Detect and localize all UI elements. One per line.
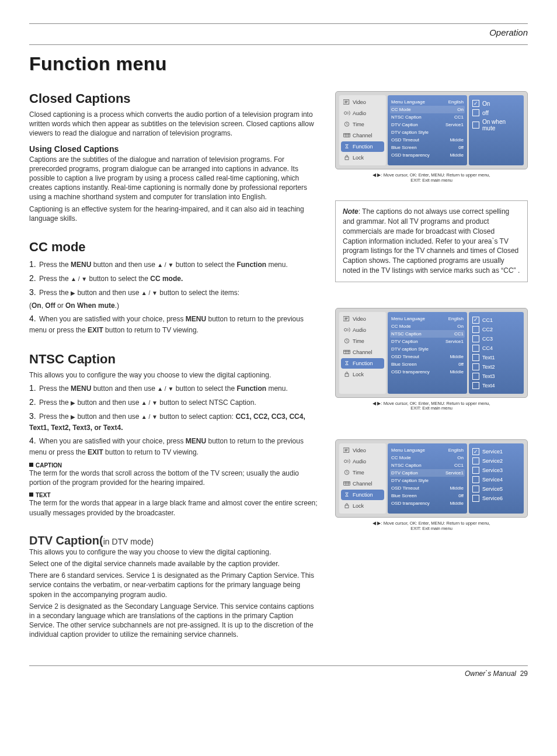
osd-nav-time[interactable]: Time [341,336,384,346]
osd-nav-channel[interactable]: Channel [341,347,384,358]
osd-setting-label: Menu Language [391,99,440,105]
osd-setting-row[interactable]: Blue Screen0ff [391,144,464,151]
svg-rect-9 [345,374,349,377]
osd-nav-audio[interactable]: Audio [341,325,384,335]
osd-setting-value: Middle [440,354,464,359]
checkbox-icon [472,100,479,107]
osd-setting-row[interactable]: CC ModeOn [390,106,465,113]
osd-setting-row[interactable]: DTV caption Style [391,129,464,136]
osd-option[interactable]: On when mute [472,117,520,133]
osd-setting-value: Service1 [440,339,464,344]
osd-nav-time[interactable]: Time [341,119,384,130]
osd-setting-row[interactable]: DTV caption Style [391,345,464,353]
osd-setting-row[interactable]: OSD TimeoutMiddle [391,484,464,492]
osd-nav-label: Time [353,122,364,127]
lock-icon [343,155,350,161]
osd-option[interactable]: CC3 [472,334,520,344]
osd-nav-audio[interactable]: Audio [341,456,384,467]
osd-nav-video[interactable]: Video [341,314,384,324]
osd-nav-label: Channel [353,481,373,487]
checkbox-icon [472,354,479,361]
osd-footer: ◀ ▶: Move cursor, OK: Enter, MENU: Retur… [335,520,528,531]
osd-footer: ◀ ▶: Move cursor, OK: Enter, MENU: Retur… [335,400,528,411]
osd-setting-row[interactable]: NTSC CaptionCC1 [391,113,464,121]
osd-nav-audio[interactable]: Audio [341,108,384,119]
osd-setting-row[interactable]: DTV caption Style [391,477,464,484]
osd-option[interactable]: CC2 [472,325,520,334]
osd-option[interactable]: Service5 [472,484,520,494]
osd-nav-time[interactable]: Time [341,467,384,478]
checkbox-icon [472,335,479,342]
osd-option[interactable]: off [472,108,520,117]
osd-setting-row[interactable]: OSD TimeoutMiddle [391,136,464,144]
time-icon [343,122,350,127]
osd-setting-row[interactable]: OSD TimeoutMiddle [391,353,464,360]
cc-mode-step-2: 2. Press the ▲ / ▼ button to select the … [29,272,320,285]
caption-subhead: CAPTION [29,462,320,469]
dtv-heading: DTV Caption( [29,534,103,547]
ntsc-step-3: 3. Press the ▶ button and then use ▲ / ▼… [29,410,320,433]
osd-option[interactable]: Text1 [472,353,520,362]
osd-nav-label: Function [353,492,373,498]
osd-nav-function[interactable]: Function [341,358,384,369]
osd-option-label: Service6 [482,495,503,501]
osd-option[interactable]: CC1 [472,315,520,325]
osd-setting-row[interactable]: Blue Screen0ff [391,360,464,368]
osd-setting-value [440,478,464,483]
svg-point-1 [344,112,347,115]
osd-setting-row[interactable]: NTSC CaptionCC1 [391,462,464,469]
dtv-heading-suffix: in DTV mode) [103,537,154,546]
ntsc-step-4: 4. When you are satisfied with your choi… [29,435,320,457]
osd-setting-label: OSD transparency [391,369,440,374]
osd-nav-lock[interactable]: Lock [341,369,384,380]
osd-setting-row[interactable]: Menu LanguageEnglish [391,315,464,322]
osd-option[interactable]: Text3 [472,372,520,381]
osd-setting-row[interactable]: NTSC CaptionCC1 [390,330,465,338]
osd-option-label: Service3 [482,467,503,473]
osd-setting-row[interactable]: Menu LanguageEnglish [391,98,464,106]
osd-nav-lock[interactable]: Lock [341,152,384,163]
osd-setting-value: CC1 [440,115,464,120]
osd-nav-function[interactable]: Function [341,141,384,152]
osd-nav-channel[interactable]: Channel [341,130,384,141]
osd-nav-video[interactable]: Video [341,97,384,107]
osd-option[interactable]: Service3 [472,466,520,475]
osd-nav-lock[interactable]: Lock [341,501,384,511]
osd-setting-row[interactable]: CC ModeOn [391,322,464,330]
osd-setting-row[interactable]: DTV CaptionService1 [391,121,464,129]
osd-option-label: CC3 [482,336,493,342]
note-box: Note: The captions do not always use cor… [335,200,528,282]
osd-setting-row[interactable]: OSD transparencyMiddle [391,368,464,376]
osd-setting-row[interactable]: OSD transparencyMiddle [391,151,464,159]
osd-option[interactable]: Service2 [472,456,520,466]
cc-mode-heading: CC mode [29,240,320,255]
osd-setting-label: DTV caption Style [391,346,440,352]
osd-nav-label: Video [353,99,366,105]
osd-option[interactable]: Service6 [472,494,520,503]
osd-setting-value: 0ff [440,145,464,150]
svg-rect-8 [344,350,350,353]
osd-nav-channel[interactable]: Channel [341,478,384,489]
osd-option[interactable]: Text2 [472,362,520,372]
osd-option[interactable]: Text4 [472,381,520,390]
osd-setting-row[interactable]: CC ModeOn [391,454,464,462]
right-icon: ▶ [71,412,75,421]
osd-setting-row[interactable]: DTV CaptionService1 [391,338,464,345]
osd-option[interactable]: Service4 [472,475,520,484]
osd-nav-function[interactable]: Function [341,490,384,500]
osd-option[interactable]: Service1 [472,447,520,456]
osd-setting-label: DTV Caption [391,339,440,344]
osd-nav-video[interactable]: Video [341,445,384,456]
osd-setting-value: Service1 [440,470,464,476]
osd-option[interactable]: On [472,99,520,108]
osd-setting-label: DTV caption Style [391,478,440,483]
osd-setting-row[interactable]: Blue Screen0ff [391,492,464,500]
osd-setting-label: Blue Screen [391,145,440,150]
osd-setting-row[interactable]: DTV CaptionService1 [390,469,465,477]
osd-setting-label: OSD transparency [391,152,440,158]
osd-setting-row[interactable]: OSD transparencyMiddle [391,500,464,507]
osd-setting-value: On [440,455,464,460]
osd-setting-row[interactable]: Menu LanguageEnglish [391,446,464,454]
osd-option[interactable]: CC4 [472,344,520,353]
lock-icon [343,503,350,509]
